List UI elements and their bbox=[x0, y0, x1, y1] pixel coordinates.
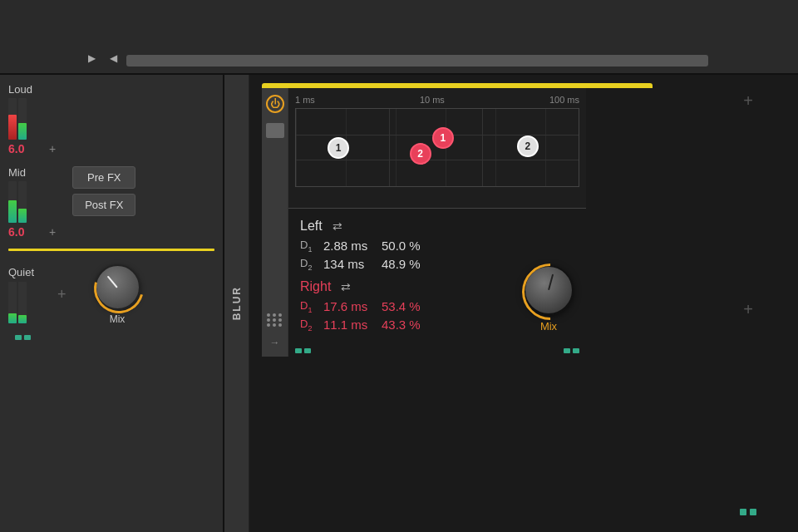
axis-100ms: 100 ms bbox=[549, 95, 579, 105]
right-d2-percent[interactable]: 43.3 % bbox=[382, 318, 421, 332]
graph-axis-labels: 1 ms 10 ms 100 ms bbox=[295, 95, 579, 105]
right-ind-2 bbox=[750, 509, 756, 515]
dot-9 bbox=[278, 323, 282, 327]
dots-button[interactable] bbox=[267, 313, 283, 327]
graph-area: 1 ms 10 ms 100 ms 1 bbox=[288, 88, 586, 209]
plugin-mix-area: Mix bbox=[511, 209, 586, 345]
left-d1-value[interactable]: 2.88 ms bbox=[323, 239, 382, 253]
right-d2-row: D2 11.1 ms 43.3 % bbox=[300, 318, 500, 332]
left-d1-percent[interactable]: 50.0 % bbox=[382, 239, 421, 253]
right-d1-percent[interactable]: 53.4 % bbox=[382, 299, 421, 313]
arrow-button[interactable]: → bbox=[267, 337, 283, 350]
top-bar: ▶ ◀ bbox=[0, 0, 798, 75]
knob-ring bbox=[85, 254, 153, 323]
mid-value: 6.0 bbox=[8, 225, 46, 239]
dot-6 bbox=[278, 318, 282, 322]
plugin-ind-4 bbox=[573, 348, 579, 353]
left-link-icon[interactable]: ⇄ bbox=[332, 219, 342, 233]
top-scrollbar[interactable] bbox=[126, 55, 708, 66]
mix-knob-area: Mix bbox=[95, 264, 140, 325]
meter-bar-1 bbox=[8, 98, 17, 140]
back-button[interactable]: ◀ bbox=[105, 50, 121, 66]
left-channel-header: Left ⇄ bbox=[300, 219, 500, 234]
channel-plus-left[interactable]: + bbox=[54, 283, 70, 307]
right-d2-value[interactable]: 11.1 ms bbox=[323, 318, 382, 332]
mid-label: Mid bbox=[8, 166, 46, 179]
meter-fill-1 bbox=[8, 115, 17, 140]
mix-knob[interactable] bbox=[95, 264, 140, 310]
left-d1-label: D1 bbox=[300, 239, 323, 254]
dot-2 bbox=[273, 313, 276, 317]
loud-value: 6.0 bbox=[8, 142, 46, 155]
plugin-ind-1 bbox=[295, 348, 302, 353]
plugin-sidebar: ⏻ → bbox=[262, 88, 288, 357]
mid-fill-2 bbox=[18, 209, 27, 224]
mid-meter-2 bbox=[18, 181, 27, 223]
plugin-knob-ring bbox=[510, 252, 590, 332]
loud-channel-row: Loud 6.0 + bbox=[8, 83, 214, 155]
dot-8 bbox=[273, 323, 276, 327]
dot-1 bbox=[267, 313, 270, 317]
right-panel: + + bbox=[698, 75, 798, 532]
plugin-body: 1 ms 10 ms 100 ms 1 bbox=[288, 88, 586, 357]
left-d2-label: D2 bbox=[300, 257, 323, 272]
graph-node-1-pink[interactable]: 1 bbox=[432, 127, 454, 149]
dot-4 bbox=[267, 318, 270, 322]
postfx-button[interactable]: Post FX bbox=[72, 194, 135, 216]
left-panel: Loud 6.0 + Mid bbox=[0, 75, 224, 532]
node-1-white-label: 1 bbox=[336, 142, 342, 154]
data-and-mix: Left ⇄ D1 2.88 ms 50.0 % D2 134 ms bbox=[288, 209, 586, 345]
right-d1-value[interactable]: 17.6 ms bbox=[323, 299, 382, 313]
quiet-label: Quiet bbox=[8, 266, 46, 278]
dot-7 bbox=[267, 323, 270, 327]
quiet-meter-2 bbox=[18, 282, 27, 323]
power-button[interactable]: ⏻ bbox=[266, 95, 284, 113]
mid-meter-1 bbox=[8, 181, 17, 223]
plugin-panel: ⏻ → bbox=[249, 75, 698, 532]
plugin-wrapper: ⏻ → bbox=[262, 88, 690, 357]
mid-plus[interactable]: + bbox=[49, 225, 56, 239]
graph-node-1-white[interactable]: 1 bbox=[328, 137, 349, 159]
yellow-line bbox=[8, 249, 214, 251]
right-channel-header: Right ⇄ bbox=[300, 279, 500, 294]
graph-node-2-white[interactable]: 2 bbox=[517, 135, 539, 157]
loud-plus[interactable]: + bbox=[49, 142, 56, 155]
blur-label: BLUR bbox=[231, 286, 243, 320]
right-link-icon[interactable]: ⇄ bbox=[341, 280, 351, 293]
left-d2-value[interactable]: 134 ms bbox=[323, 257, 382, 271]
left-channel-name: Left bbox=[300, 219, 323, 234]
left-d1-row: D1 2.88 ms 50.0 % bbox=[300, 239, 500, 254]
folder-button[interactable] bbox=[266, 123, 284, 138]
plugin-ind-2 bbox=[304, 348, 311, 353]
dot-3 bbox=[278, 313, 282, 317]
right-channel-name: Right bbox=[300, 279, 331, 294]
plugin-ind-3 bbox=[564, 348, 570, 353]
prefx-button[interactable]: Pre FX bbox=[72, 166, 135, 189]
node-2-white-label: 2 bbox=[525, 140, 530, 152]
graph-node-2-pink[interactable]: 2 bbox=[410, 143, 431, 165]
quiet-meter-1 bbox=[8, 282, 17, 323]
meter-bar-2 bbox=[18, 98, 27, 140]
plugin-indicators-right bbox=[564, 348, 579, 353]
indicator-1 bbox=[15, 335, 22, 340]
meter-fill-2 bbox=[18, 123, 27, 140]
right-plus-bottom[interactable]: + bbox=[743, 300, 753, 319]
loud-label: Loud bbox=[8, 83, 46, 96]
left-d2-row: D2 134 ms 48.9 % bbox=[300, 257, 500, 272]
fx-buttons: Pre FX Post FX bbox=[72, 166, 135, 239]
right-indicators bbox=[740, 509, 756, 515]
bottom-indicators-left bbox=[8, 332, 214, 343]
blur-label-container: BLUR bbox=[224, 75, 249, 532]
quiet-fill-2 bbox=[18, 315, 27, 323]
indicator-2 bbox=[24, 335, 31, 340]
right-ind-1 bbox=[740, 509, 746, 515]
axis-1ms: 1 ms bbox=[295, 95, 315, 105]
play-button[interactable]: ▶ bbox=[83, 50, 100, 66]
left-channel-info: Left ⇄ D1 2.88 ms 50.0 % D2 134 ms bbox=[288, 209, 511, 345]
dot-5 bbox=[273, 318, 276, 322]
plugin-mix-knob[interactable] bbox=[524, 265, 574, 315]
left-d2-percent[interactable]: 48.9 % bbox=[382, 257, 421, 271]
plugin-bottom-bar bbox=[288, 345, 586, 357]
axis-10ms: 10 ms bbox=[420, 95, 445, 105]
right-plus-top[interactable]: + bbox=[743, 91, 753, 111]
